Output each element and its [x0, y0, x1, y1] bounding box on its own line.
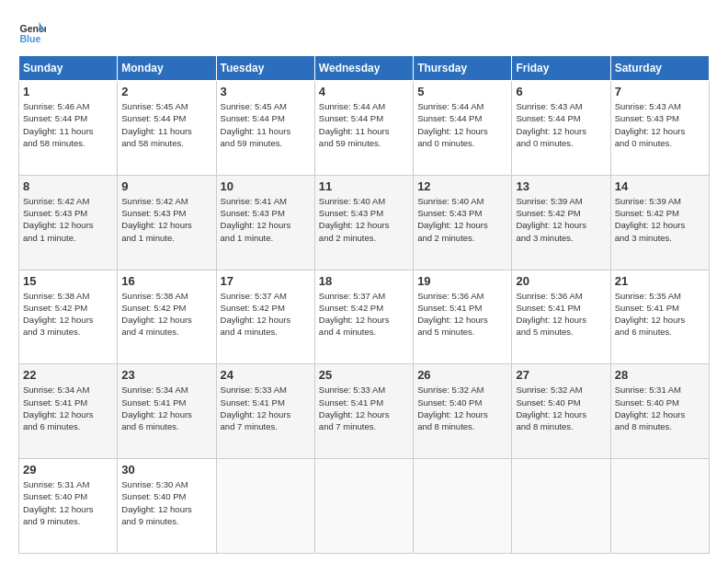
calendar-cell: 29Sunrise: 5:31 AM Sunset: 5:40 PM Dayli… — [19, 459, 118, 554]
day-info: Sunrise: 5:44 AM Sunset: 5:44 PM Dayligh… — [319, 100, 409, 149]
day-number: 28 — [615, 368, 705, 382]
day-info: Sunrise: 5:40 AM Sunset: 5:43 PM Dayligh… — [319, 195, 409, 244]
calendar-cell: 13Sunrise: 5:39 AM Sunset: 5:42 PM Dayli… — [512, 175, 610, 270]
day-info: Sunrise: 5:36 AM Sunset: 5:41 PM Dayligh… — [516, 290, 606, 339]
calendar-cell — [216, 459, 314, 554]
day-number: 6 — [516, 85, 606, 98]
calendar-week-row: 15Sunrise: 5:38 AM Sunset: 5:42 PM Dayli… — [19, 270, 710, 364]
day-info: Sunrise: 5:31 AM Sunset: 5:40 PM Dayligh… — [23, 478, 113, 527]
day-number: 4 — [319, 85, 409, 98]
day-number: 16 — [121, 274, 211, 288]
calendar-cell: 3Sunrise: 5:45 AM Sunset: 5:44 PM Daylig… — [216, 81, 314, 176]
day-info: Sunrise: 5:44 AM Sunset: 5:44 PM Dayligh… — [417, 100, 507, 149]
day-number: 7 — [615, 85, 705, 98]
day-number: 26 — [417, 368, 507, 382]
weekday-header: Sunday — [19, 56, 118, 81]
day-number: 8 — [23, 179, 113, 193]
calendar-cell: 16Sunrise: 5:38 AM Sunset: 5:42 PM Dayli… — [118, 270, 216, 364]
calendar-cell: 4Sunrise: 5:44 AM Sunset: 5:44 PM Daylig… — [314, 81, 413, 176]
day-number: 10 — [221, 179, 311, 193]
day-info: Sunrise: 5:30 AM Sunset: 5:40 PM Dayligh… — [121, 478, 211, 527]
calendar-cell: 6Sunrise: 5:43 AM Sunset: 5:44 PM Daylig… — [512, 81, 610, 176]
calendar-header-row: SundayMondayTuesdayWednesdayThursdayFrid… — [19, 56, 710, 81]
day-number: 24 — [221, 368, 311, 382]
calendar-cell: 5Sunrise: 5:44 AM Sunset: 5:44 PM Daylig… — [414, 81, 512, 176]
calendar-cell: 7Sunrise: 5:43 AM Sunset: 5:43 PM Daylig… — [610, 81, 709, 176]
day-info: Sunrise: 5:39 AM Sunset: 5:42 PM Dayligh… — [516, 195, 606, 244]
day-number: 3 — [221, 85, 311, 98]
day-info: Sunrise: 5:32 AM Sunset: 5:40 PM Dayligh… — [516, 384, 606, 432]
calendar-cell: 28Sunrise: 5:31 AM Sunset: 5:40 PM Dayli… — [610, 364, 709, 459]
weekday-header: Thursday — [414, 56, 512, 81]
day-info: Sunrise: 5:34 AM Sunset: 5:41 PM Dayligh… — [121, 384, 211, 432]
calendar-cell: 1Sunrise: 5:46 AM Sunset: 5:44 PM Daylig… — [19, 81, 118, 176]
svg-text:Blue: Blue — [20, 33, 41, 44]
day-number: 17 — [221, 274, 311, 288]
calendar-week-row: 8Sunrise: 5:42 AM Sunset: 5:43 PM Daylig… — [19, 175, 710, 270]
day-info: Sunrise: 5:37 AM Sunset: 5:42 PM Dayligh… — [319, 290, 409, 339]
day-info: Sunrise: 5:43 AM Sunset: 5:44 PM Dayligh… — [516, 100, 606, 149]
calendar-cell: 11Sunrise: 5:40 AM Sunset: 5:43 PM Dayli… — [314, 175, 413, 270]
calendar-body: 1Sunrise: 5:46 AM Sunset: 5:44 PM Daylig… — [19, 81, 710, 554]
calendar-cell: 24Sunrise: 5:33 AM Sunset: 5:41 PM Dayli… — [216, 364, 314, 459]
weekday-header: Wednesday — [314, 56, 413, 81]
day-number: 11 — [319, 179, 409, 193]
logo-icon: General Blue — [18, 18, 46, 46]
calendar-cell: 27Sunrise: 5:32 AM Sunset: 5:40 PM Dayli… — [512, 364, 610, 459]
calendar-cell: 15Sunrise: 5:38 AM Sunset: 5:42 PM Dayli… — [19, 270, 118, 364]
calendar-cell: 22Sunrise: 5:34 AM Sunset: 5:41 PM Dayli… — [19, 364, 118, 459]
day-number: 9 — [121, 179, 211, 193]
calendar-cell: 2Sunrise: 5:45 AM Sunset: 5:44 PM Daylig… — [118, 81, 216, 176]
weekday-header: Friday — [512, 56, 610, 81]
day-number: 13 — [516, 179, 606, 193]
day-info: Sunrise: 5:46 AM Sunset: 5:44 PM Dayligh… — [23, 100, 113, 149]
day-number: 25 — [319, 368, 409, 382]
calendar-week-row: 1Sunrise: 5:46 AM Sunset: 5:44 PM Daylig… — [19, 81, 710, 176]
day-info: Sunrise: 5:43 AM Sunset: 5:43 PM Dayligh… — [615, 100, 705, 149]
day-number: 12 — [417, 179, 507, 193]
logo: General Blue — [18, 18, 46, 46]
day-info: Sunrise: 5:45 AM Sunset: 5:44 PM Dayligh… — [121, 100, 211, 149]
day-info: Sunrise: 5:42 AM Sunset: 5:43 PM Dayligh… — [121, 195, 211, 244]
weekday-header: Monday — [118, 56, 216, 81]
day-number: 27 — [516, 368, 606, 382]
calendar-cell: 14Sunrise: 5:39 AM Sunset: 5:42 PM Dayli… — [610, 175, 709, 270]
day-info: Sunrise: 5:33 AM Sunset: 5:41 PM Dayligh… — [221, 384, 311, 432]
day-info: Sunrise: 5:31 AM Sunset: 5:40 PM Dayligh… — [615, 384, 705, 432]
day-number: 30 — [121, 463, 211, 477]
day-number: 20 — [516, 274, 606, 288]
day-number: 22 — [23, 368, 113, 382]
calendar-cell: 19Sunrise: 5:36 AM Sunset: 5:41 PM Dayli… — [414, 270, 512, 364]
day-info: Sunrise: 5:41 AM Sunset: 5:43 PM Dayligh… — [221, 195, 311, 244]
calendar-week-row: 22Sunrise: 5:34 AM Sunset: 5:41 PM Dayli… — [19, 364, 710, 459]
calendar-cell: 12Sunrise: 5:40 AM Sunset: 5:43 PM Dayli… — [414, 175, 512, 270]
calendar-cell: 9Sunrise: 5:42 AM Sunset: 5:43 PM Daylig… — [118, 175, 216, 270]
day-number: 29 — [23, 463, 113, 477]
day-info: Sunrise: 5:37 AM Sunset: 5:42 PM Dayligh… — [221, 290, 311, 339]
day-info: Sunrise: 5:40 AM Sunset: 5:43 PM Dayligh… — [417, 195, 507, 244]
day-info: Sunrise: 5:34 AM Sunset: 5:41 PM Dayligh… — [23, 384, 113, 432]
day-number: 15 — [23, 274, 113, 288]
calendar-cell: 21Sunrise: 5:35 AM Sunset: 5:41 PM Dayli… — [610, 270, 709, 364]
day-number: 1 — [23, 85, 113, 98]
calendar-cell — [414, 459, 512, 554]
day-number: 19 — [417, 274, 507, 288]
day-number: 23 — [121, 368, 211, 382]
day-number: 18 — [319, 274, 409, 288]
calendar-cell: 17Sunrise: 5:37 AM Sunset: 5:42 PM Dayli… — [216, 270, 314, 364]
calendar-table: SundayMondayTuesdayWednesdayThursdayFrid… — [18, 55, 710, 554]
day-info: Sunrise: 5:45 AM Sunset: 5:44 PM Dayligh… — [221, 100, 311, 149]
calendar-cell: 8Sunrise: 5:42 AM Sunset: 5:43 PM Daylig… — [19, 175, 118, 270]
weekday-header: Tuesday — [216, 56, 314, 81]
day-number: 2 — [121, 85, 211, 98]
calendar-cell — [512, 459, 610, 554]
day-info: Sunrise: 5:38 AM Sunset: 5:42 PM Dayligh… — [121, 290, 211, 339]
header: General Blue — [18, 18, 710, 46]
calendar-cell: 25Sunrise: 5:33 AM Sunset: 5:41 PM Dayli… — [314, 364, 413, 459]
calendar-cell: 18Sunrise: 5:37 AM Sunset: 5:42 PM Dayli… — [314, 270, 413, 364]
calendar-cell: 10Sunrise: 5:41 AM Sunset: 5:43 PM Dayli… — [216, 175, 314, 270]
weekday-header: Saturday — [610, 56, 709, 81]
calendar-cell — [314, 459, 413, 554]
calendar-cell: 26Sunrise: 5:32 AM Sunset: 5:40 PM Dayli… — [414, 364, 512, 459]
calendar-cell: 20Sunrise: 5:36 AM Sunset: 5:41 PM Dayli… — [512, 270, 610, 364]
